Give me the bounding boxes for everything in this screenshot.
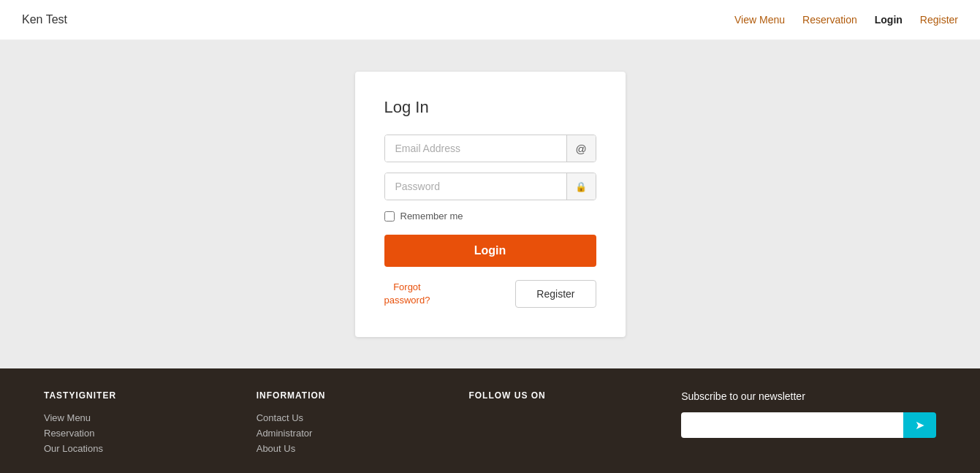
login-title: Log In: [384, 98, 596, 117]
password-input-group: 🔒: [384, 173, 596, 200]
footer-social-heading: FOLLOW US ON: [468, 390, 681, 401]
at-icon: @: [566, 135, 596, 162]
footer-reservation-link[interactable]: Reservation: [44, 428, 257, 439]
newsletter-submit-button[interactable]: ➤: [903, 412, 936, 438]
footer-brand-col: TASTYIGNITER View Menu Reservation Our L…: [44, 390, 257, 458]
footer-info-heading: INFORMATION: [257, 390, 469, 401]
header-nav: View Menu Reservation Login Register: [734, 14, 958, 26]
login-button[interactable]: Login: [384, 235, 596, 267]
nav-login[interactable]: Login: [875, 14, 903, 26]
newsletter-input[interactable]: [681, 412, 903, 438]
nav-reservation[interactable]: Reservation: [802, 14, 857, 26]
footer-contact-link[interactable]: Contact Us: [257, 412, 469, 423]
footer-about-link[interactable]: About Us: [257, 443, 469, 454]
footer-view-menu-link[interactable]: View Menu: [44, 412, 257, 423]
forgot-password-link[interactable]: Forgot password?: [384, 281, 430, 307]
nav-view-menu[interactable]: View Menu: [734, 14, 785, 26]
footer-locations-link[interactable]: Our Locations: [44, 443, 257, 454]
remember-checkbox[interactable]: [384, 211, 395, 222]
login-card: Log In @ 🔒 Remember me Login Forgot pass…: [355, 72, 626, 337]
remember-row: Remember me: [384, 211, 596, 222]
header: Ken Test View Menu Reservation Login Reg…: [0, 0, 980, 40]
main-content: Log In @ 🔒 Remember me Login Forgot pass…: [0, 40, 980, 368]
site-logo[interactable]: Ken Test: [22, 13, 67, 26]
lock-icon: 🔒: [566, 173, 596, 200]
register-button[interactable]: Register: [515, 280, 596, 308]
newsletter-title: Subscribe to our newsletter: [681, 390, 936, 402]
bottom-row: Forgot password? Register: [384, 280, 596, 308]
footer-brand-heading: TASTYIGNITER: [44, 390, 257, 401]
email-field[interactable]: [385, 135, 566, 162]
email-input-group: @: [384, 135, 596, 162]
footer-info-col: INFORMATION Contact Us Administrator Abo…: [257, 390, 469, 458]
password-field[interactable]: [385, 173, 566, 200]
footer: TASTYIGNITER View Menu Reservation Our L…: [0, 368, 980, 473]
send-icon: ➤: [915, 418, 924, 432]
footer-admin-link[interactable]: Administrator: [257, 428, 469, 439]
newsletter-form: ➤: [681, 412, 936, 438]
nav-register[interactable]: Register: [920, 14, 958, 26]
footer-social-col: FOLLOW US ON: [468, 390, 681, 458]
footer-newsletter-col: Subscribe to our newsletter ➤: [681, 390, 936, 458]
remember-label[interactable]: Remember me: [400, 211, 463, 222]
